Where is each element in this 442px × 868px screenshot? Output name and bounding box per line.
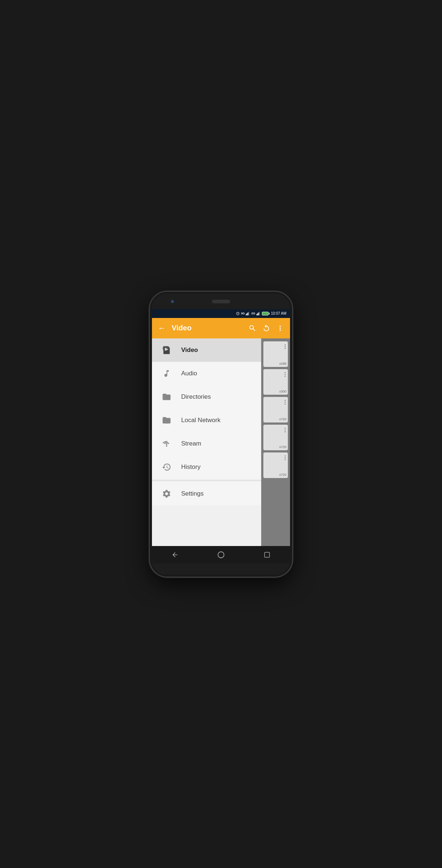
badge-5: x720 xyxy=(279,473,286,477)
more-options-button[interactable] xyxy=(276,324,284,332)
svg-rect-12 xyxy=(264,552,270,557)
svg-rect-4 xyxy=(256,314,257,315)
speaker xyxy=(212,300,230,303)
menu-item-settings[interactable]: Settings xyxy=(152,482,261,505)
dots-5 xyxy=(285,455,286,460)
menu-item-video[interactable]: Video xyxy=(152,338,261,362)
svg-rect-3 xyxy=(248,312,249,315)
toolbar: ← Video xyxy=(152,318,290,338)
dots-4 xyxy=(285,428,286,432)
status-bar: 3G 2G xyxy=(152,309,290,318)
back-button[interactable]: ← xyxy=(158,323,166,333)
nav-home-icon xyxy=(217,551,225,559)
navigation-drawer: Video Audio xyxy=(152,338,261,546)
menu-label-history: History xyxy=(181,463,201,471)
svg-point-11 xyxy=(218,551,224,558)
history-icon xyxy=(161,461,172,473)
background-content: x288 x300 x720 xyxy=(261,338,290,546)
status-icons: 3G 2G xyxy=(236,311,286,315)
signal-2g-icon xyxy=(256,312,261,315)
menu-item-local-network[interactable]: Local Network xyxy=(152,409,261,432)
network-3g: 3G xyxy=(241,312,245,315)
svg-rect-7 xyxy=(259,312,260,315)
svg-point-10 xyxy=(166,422,167,423)
bg-item-3: x720 xyxy=(263,397,288,422)
bg-item-2: x300 xyxy=(263,369,288,395)
menu-label-audio: Audio xyxy=(181,370,197,377)
menu-label-settings: Settings xyxy=(181,490,203,497)
time-display: 10:07 AM xyxy=(271,311,286,315)
toolbar-title: Video xyxy=(172,324,248,332)
video-icon xyxy=(161,344,172,356)
camera xyxy=(171,300,174,303)
dots-1 xyxy=(285,344,286,349)
svg-rect-0 xyxy=(246,314,247,315)
nav-bar xyxy=(152,546,290,564)
screen: 3G 2G xyxy=(152,309,290,564)
menu-divider xyxy=(152,480,261,481)
battery-icon xyxy=(262,312,268,315)
menu-label-stream: Stream xyxy=(181,440,201,447)
audio-icon xyxy=(161,368,172,379)
menu-spacer xyxy=(152,505,261,546)
signal-3g-icon xyxy=(246,312,250,315)
bg-item-5: x720 xyxy=(263,452,288,478)
nav-back-icon xyxy=(171,551,179,558)
menu-item-directories[interactable]: Directories xyxy=(152,385,261,409)
nav-recents-button[interactable] xyxy=(260,548,274,561)
nav-back-button[interactable] xyxy=(168,548,182,561)
network-2g: 2G xyxy=(251,312,255,315)
content-area: Video Audio xyxy=(152,338,290,546)
menu-item-stream[interactable]: Stream xyxy=(152,432,261,455)
search-button[interactable] xyxy=(248,324,256,332)
alarm-icon xyxy=(236,312,240,315)
menu-item-history[interactable]: History xyxy=(152,455,261,479)
menu-item-audio[interactable]: Audio xyxy=(152,362,261,385)
bg-item-1: x288 xyxy=(263,341,288,367)
replay-icon xyxy=(262,324,270,332)
directories-icon xyxy=(161,391,172,403)
menu-label-video: Video xyxy=(181,346,198,354)
replay-button[interactable] xyxy=(262,324,270,332)
settings-icon xyxy=(161,488,172,500)
menu-label-directories: Directories xyxy=(181,393,211,401)
svg-rect-1 xyxy=(247,313,247,315)
phone-frame: 3G 2G xyxy=(150,292,292,577)
svg-rect-5 xyxy=(257,313,258,315)
svg-rect-6 xyxy=(258,312,259,315)
stream-icon xyxy=(161,438,172,450)
menu-label-local-network: Local Network xyxy=(181,417,221,424)
nav-recents-icon xyxy=(264,551,270,558)
toolbar-icons xyxy=(248,324,284,332)
bottom-bezel xyxy=(152,564,290,575)
top-bezel xyxy=(152,294,290,309)
dots-2 xyxy=(285,372,286,377)
badge-1: x288 xyxy=(279,362,286,365)
dots-3 xyxy=(285,400,286,405)
search-icon xyxy=(248,324,256,332)
badge-3: x720 xyxy=(279,417,286,421)
badge-2: x300 xyxy=(279,390,286,393)
nav-home-button[interactable] xyxy=(214,548,228,561)
bg-item-4: x720 xyxy=(263,425,288,450)
svg-rect-2 xyxy=(248,312,248,315)
more-vert-icon xyxy=(276,324,284,332)
local-network-icon xyxy=(161,414,172,426)
badge-4: x720 xyxy=(279,445,286,449)
